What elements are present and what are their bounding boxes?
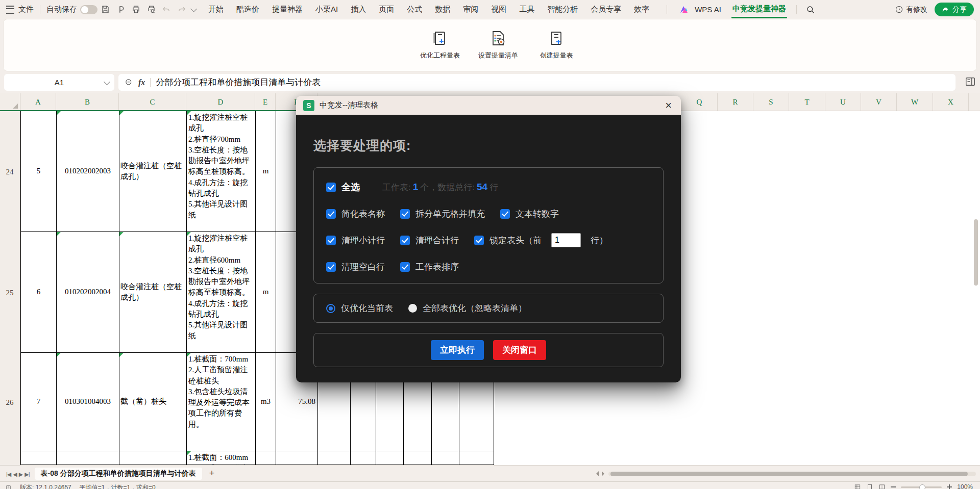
column-header[interactable]: Q bbox=[681, 93, 718, 111]
column-header[interactable]: A bbox=[20, 93, 56, 111]
page-layout-icon[interactable] bbox=[866, 483, 873, 489]
print-preview-icon[interactable] bbox=[145, 4, 157, 15]
cell[interactable]: 1.旋挖灌注桩空桩成孔 2.桩直径600mm 3.空桩长度：按地勘报告中室外地坪… bbox=[187, 232, 256, 353]
print-icon[interactable] bbox=[130, 4, 141, 15]
cell[interactable]: 1.旋挖灌注桩空桩成孔 2.桩直径700mm 3.空桩长度：按地勘报告中室外地坪… bbox=[187, 111, 256, 232]
chevron-down-icon[interactable] bbox=[190, 6, 197, 12]
checkbox-checked-icon[interactable] bbox=[326, 209, 336, 219]
menu-tab[interactable]: 效率 bbox=[634, 5, 649, 14]
export-icon[interactable] bbox=[115, 4, 126, 15]
cell[interactable]: 010301004003 bbox=[57, 353, 119, 451]
menu-tab[interactable]: 会员专享 bbox=[591, 5, 621, 14]
scroll-left-icon[interactable] bbox=[594, 471, 599, 476]
share-button[interactable]: 分享 bbox=[935, 3, 974, 16]
row-number[interactable]: 24 bbox=[0, 167, 19, 176]
sheet-nav-button[interactable]: ▶ bbox=[19, 471, 22, 477]
cell[interactable] bbox=[276, 451, 318, 465]
task-pane-icon[interactable] bbox=[965, 76, 976, 89]
column-header[interactable]: W bbox=[897, 93, 933, 111]
cell[interactable] bbox=[404, 451, 432, 465]
column-header[interactable]: X bbox=[933, 93, 969, 111]
zoom-in-icon[interactable] bbox=[947, 484, 952, 489]
menu-tab-wps-ai[interactable]: WPS AI bbox=[695, 5, 721, 14]
save-icon[interactable] bbox=[100, 4, 111, 15]
column-header[interactable]: C bbox=[119, 93, 186, 111]
menu-tab[interactable]: 数据 bbox=[435, 5, 450, 14]
horizontal-scrollbar-thumb[interactable] bbox=[610, 472, 968, 476]
vertical-scrollbar-thumb[interactable] bbox=[974, 219, 978, 286]
menu-tab-active[interactable]: 中竞发提量神器 bbox=[732, 4, 786, 15]
menu-tab[interactable]: 视图 bbox=[491, 5, 506, 14]
page-break-icon[interactable] bbox=[878, 483, 886, 489]
cell[interactable] bbox=[318, 451, 351, 465]
checkbox-checked-icon[interactable] bbox=[400, 262, 410, 272]
cell[interactable] bbox=[459, 451, 494, 465]
checkbox-split-fill[interactable]: 拆分单元格并填充 bbox=[400, 208, 485, 220]
cell[interactable] bbox=[351, 451, 376, 465]
checkbox-checked-icon[interactable] bbox=[326, 183, 336, 192]
modified-status[interactable]: 有修改 bbox=[895, 5, 927, 14]
column-header[interactable]: D bbox=[186, 93, 255, 111]
checkbox-checked-icon[interactable] bbox=[400, 209, 410, 219]
vertical-scrollbar[interactable] bbox=[973, 112, 979, 464]
zoom-slider[interactable] bbox=[901, 486, 942, 488]
cell[interactable]: 010202002003 bbox=[57, 111, 119, 232]
menu-tab[interactable]: 页面 bbox=[379, 5, 394, 14]
horizontal-scrollbar[interactable] bbox=[592, 471, 976, 476]
cell[interactable]: m bbox=[256, 111, 276, 232]
menu-tab[interactable]: 提量神器 bbox=[272, 5, 303, 14]
checkbox-checked-icon[interactable] bbox=[326, 262, 336, 272]
cell[interactable]: 6 bbox=[21, 232, 57, 353]
column-header[interactable]: V bbox=[861, 93, 897, 111]
close-icon[interactable]: × bbox=[663, 100, 674, 111]
column-header[interactable]: U bbox=[825, 93, 861, 111]
redo-icon[interactable] bbox=[176, 4, 187, 15]
cell[interactable]: 截（凿）桩头 bbox=[119, 353, 187, 451]
zoom-level[interactable]: 100% bbox=[957, 483, 973, 489]
checkbox-clean-total[interactable]: 清理合计行 bbox=[400, 235, 459, 246]
zoom-out-icon[interactable] bbox=[125, 78, 133, 87]
create-quantity-table-button[interactable]: 创建提量表 bbox=[531, 23, 582, 67]
checkbox-lock-header[interactable]: 锁定表头（前 行） bbox=[474, 233, 608, 247]
autosave-toggle[interactable] bbox=[80, 5, 97, 14]
radio-current-sheet[interactable]: 仅优化当前表 bbox=[326, 302, 393, 314]
file-menu[interactable]: 文件 bbox=[18, 5, 34, 14]
setup-quantity-list-button[interactable]: 设置提量清单 bbox=[473, 23, 524, 67]
column-header[interactable]: E bbox=[255, 93, 276, 111]
name-box[interactable]: A1 bbox=[4, 74, 114, 91]
cell[interactable]: m bbox=[256, 232, 276, 353]
radio-unselected-icon[interactable] bbox=[408, 304, 417, 313]
menu-tab[interactable]: 插入 bbox=[351, 5, 366, 14]
zoom-out-icon[interactable] bbox=[891, 486, 896, 487]
chevron-down-icon[interactable] bbox=[104, 79, 110, 85]
cell[interactable] bbox=[57, 451, 119, 465]
cell[interactable]: 010202002004 bbox=[57, 232, 119, 353]
checkbox-sheet-sort[interactable]: 工作表排序 bbox=[400, 261, 459, 273]
radio-all-sheets[interactable]: 全部表优化（忽略表清单） bbox=[408, 302, 527, 314]
fx-icon[interactable]: fx bbox=[138, 78, 145, 87]
sheet-nav-button[interactable]: |◀ bbox=[6, 471, 11, 477]
menu-tab[interactable]: 小栗AI bbox=[315, 5, 338, 14]
column-header[interactable]: B bbox=[56, 93, 119, 111]
checkbox-checked-icon[interactable] bbox=[326, 236, 336, 245]
menu-tab[interactable]: 工具 bbox=[519, 5, 534, 14]
menu-tab[interactable]: 酷造价 bbox=[236, 5, 259, 14]
checkbox-select-all[interactable]: 全选 bbox=[326, 181, 360, 193]
cell[interactable]: 1.桩截面：600mm 2.人工凿预留灌注砼桩桩头 bbox=[187, 451, 256, 465]
close-window-button[interactable]: 关闭窗口 bbox=[493, 340, 546, 360]
sheet-tab-active[interactable]: 表-08 分部分项工程和单价措施项目清单与计价表 bbox=[35, 468, 202, 480]
checkbox-checked-icon[interactable] bbox=[500, 209, 510, 219]
cell[interactable]: 1.桩截面：700mm 2.人工凿预留灌注砼桩桩头 3.包含桩头垃圾清理及外运等… bbox=[187, 353, 256, 451]
menu-tab[interactable]: 公式 bbox=[407, 5, 422, 14]
lock-header-rows-input[interactable] bbox=[551, 233, 581, 247]
select-all-corner[interactable] bbox=[0, 93, 20, 111]
column-header[interactable]: T bbox=[789, 93, 825, 111]
cell[interactable]: 咬合灌注桩（空桩成孔） bbox=[119, 111, 187, 232]
checkbox-text-to-number[interactable]: 文本转数字 bbox=[500, 208, 559, 220]
cell[interactable] bbox=[376, 451, 404, 465]
execute-button[interactable]: 立即执行 bbox=[431, 340, 484, 360]
hamburger-menu-icon[interactable] bbox=[6, 6, 14, 14]
add-sheet-button[interactable]: + bbox=[209, 468, 215, 479]
cell[interactable] bbox=[432, 451, 459, 465]
undo-icon[interactable] bbox=[161, 4, 172, 15]
